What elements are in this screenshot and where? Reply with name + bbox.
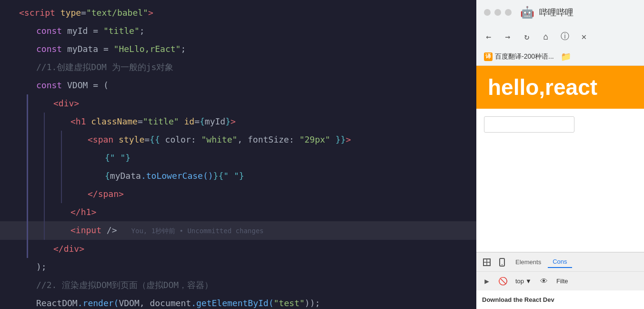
forward-button[interactable]: →	[501, 30, 514, 43]
code-token: myData	[62, 40, 103, 58]
code-token: myId	[62, 22, 93, 40]
home-button[interactable]: ⌂	[539, 30, 553, 43]
line-code: //2. 渲染虚拟DOM到页面（虚拟DOM，容器）	[19, 276, 469, 294]
code-token: <	[88, 131, 93, 149]
code-token: style	[113, 131, 144, 149]
code-token: span	[93, 131, 113, 149]
translate-icon: 译	[484, 52, 493, 61]
line-code: );	[19, 258, 469, 276]
code-token: h1	[76, 113, 86, 131]
code-token: (	[98, 76, 109, 94]
code-token: const	[36, 40, 62, 58]
code-token: "29px"	[299, 131, 330, 149]
code-line: </div>	[0, 240, 476, 258]
code-token: ReactDOM	[36, 294, 78, 309]
line-code: </h1>	[19, 203, 469, 221]
eye-button[interactable]: 👁	[537, 274, 551, 288]
code-line: {myData.toLowerCase()}{" "}	[0, 167, 476, 185]
code-line: const myId = "title";	[0, 22, 476, 40]
code-token: >	[119, 185, 124, 203]
window-dot-minimize[interactable]	[494, 9, 501, 16]
code-token: div	[64, 240, 80, 258]
code-line: <input /> You, 1秒钟前 • Uncommitted change…	[0, 221, 476, 240]
code-token: =	[93, 76, 98, 94]
code-token: <	[70, 221, 76, 239]
browser-input-field[interactable]	[484, 116, 574, 133]
code-token: input	[76, 221, 101, 239]
window-dot-maximize[interactable]	[505, 9, 512, 16]
code-line: <h1 className="title" id={myId}>	[0, 113, 476, 131]
code-token: color:	[160, 131, 201, 149]
code-token: />	[101, 221, 117, 239]
code-token: ));	[305, 294, 321, 309]
line-code: <div>	[19, 94, 469, 113]
code-line: </span>	[0, 185, 476, 203]
block-button[interactable]: 🚫	[496, 274, 510, 288]
code-editor: <script type="text/babel"> const myId = …	[0, 0, 476, 309]
line-code: {" "}	[19, 149, 469, 167]
code-token: </	[53, 240, 64, 258]
code-token: .toLowerCase()	[141, 167, 213, 185]
folder-icon[interactable]: 📁	[561, 52, 571, 62]
code-token: >	[148, 4, 153, 22]
code-token: >	[231, 113, 236, 131]
code-line: ReactDOM.render(VDOM, document.getElemen…	[0, 294, 476, 309]
code-token: className	[86, 113, 138, 131]
device-icon	[498, 258, 506, 267]
code-token: >	[346, 131, 351, 149]
code-token: <	[53, 94, 59, 113]
code-token: "white"	[201, 131, 237, 149]
code-token: {	[105, 167, 110, 185]
code-token: {{	[150, 131, 160, 149]
code-token: , document	[140, 294, 191, 309]
code-token: }	[225, 113, 231, 131]
code-token: <	[70, 113, 76, 131]
code-token: ;	[181, 40, 186, 58]
code-token: "title"	[143, 113, 179, 131]
top-dropdown[interactable]: top ▼	[513, 277, 534, 286]
code-token: </	[88, 185, 98, 203]
code-token: >	[91, 203, 96, 221]
tab-console[interactable]: Cons	[548, 256, 572, 268]
code-token: =	[144, 131, 150, 149]
browser-input-area	[476, 109, 644, 140]
code-token: .render(	[78, 294, 119, 309]
back-button[interactable]: ←	[482, 30, 495, 43]
line-code: const VDOM = (	[19, 76, 469, 94]
code-line: //1.创建虚拟DOM 为一般的js对象	[0, 58, 476, 76]
devtools-bottom-bar: ▶ 🚫 top ▼ 👁 Filte	[476, 272, 644, 290]
code-line: <script type="text/babel">	[0, 4, 476, 22]
info-button[interactable]: ⓘ	[558, 30, 572, 43]
code-token: myId	[205, 113, 225, 131]
code-token: =	[103, 40, 109, 58]
code-token: =	[138, 113, 143, 131]
devtools-content: Download the React Dev	[476, 290, 644, 309]
tab-elements[interactable]: Elements	[511, 257, 546, 268]
translate-bookmark[interactable]: 译 百度翻译-200种语...	[481, 52, 557, 62]
filter-dropdown[interactable]: Filte	[553, 277, 571, 286]
code-token: id	[179, 113, 195, 131]
close-button[interactable]: ✕	[577, 30, 591, 43]
reload-button[interactable]: ↻	[520, 30, 533, 43]
code-token: ;	[140, 22, 145, 40]
code-content: <script type="text/babel"> const myId = …	[0, 0, 476, 309]
code-token: VDOM	[119, 294, 139, 309]
device-emulation-button[interactable]	[495, 256, 509, 269]
code-token: h1	[81, 203, 91, 221]
code-line: {" "}	[0, 149, 476, 167]
code-token: VDOM	[62, 76, 93, 94]
browser-viewport: hello,react	[476, 66, 644, 252]
line-code: const myData = "HeLlo,rEact";	[19, 40, 469, 58]
code-token: }	[213, 167, 219, 185]
code-token: "text/babel"	[86, 4, 148, 22]
window-dot-close[interactable]	[484, 9, 491, 16]
play-button[interactable]: ▶	[480, 274, 493, 288]
inspect-element-button[interactable]	[480, 256, 493, 269]
code-token: {" "}	[218, 167, 244, 185]
devtools-panel: Elements Cons ▶ 🚫 top ▼ 👁 Filte Download…	[476, 252, 644, 309]
git-annotation: You, 1秒钟前 • Uncommitted changes	[131, 222, 264, 240]
browser-topbar: 🤖 哔哩哔哩	[476, 0, 644, 25]
hello-react-text: hello,react	[488, 74, 633, 100]
code-token: {" "}	[105, 149, 131, 167]
line-code: </div>	[19, 240, 469, 258]
